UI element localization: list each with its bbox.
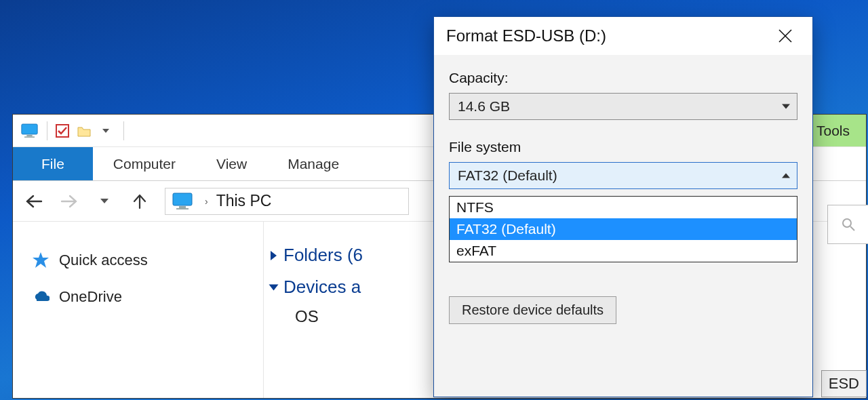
this-pc-icon bbox=[21, 123, 41, 138]
close-button[interactable] bbox=[770, 21, 800, 51]
sidebar-label: Quick access bbox=[59, 252, 148, 269]
expand-arrow-icon bbox=[271, 251, 277, 260]
dialog-titlebar: Format ESD-USB (D:) bbox=[434, 17, 812, 55]
navigation-pane: Quick access OneDrive bbox=[13, 222, 264, 398]
nav-forward-button[interactable] bbox=[59, 191, 79, 212]
capacity-value: 14.6 GB bbox=[458, 98, 510, 115]
nav-up-button[interactable] bbox=[130, 191, 150, 212]
filesystem-option-fat32[interactable]: FAT32 (Default) bbox=[450, 218, 797, 240]
dialog-title: Format ESD-USB (D:) bbox=[446, 26, 606, 45]
group-label: Devices a bbox=[283, 277, 361, 298]
filesystem-option-exfat[interactable]: exFAT bbox=[450, 240, 797, 262]
breadcrumb-this-pc[interactable]: This PC bbox=[216, 192, 272, 210]
svg-point-7 bbox=[843, 219, 851, 227]
svg-rect-5 bbox=[179, 206, 186, 208]
search-icon bbox=[841, 217, 856, 232]
chevron-down-icon bbox=[782, 104, 790, 109]
filesystem-dropdown-list: NTFS FAT32 (Default) exFAT bbox=[449, 196, 797, 262]
sidebar-label: OneDrive bbox=[59, 288, 122, 306]
quick-access-icon bbox=[32, 252, 50, 269]
capacity-label: Capacity: bbox=[449, 70, 797, 86]
svg-line-8 bbox=[850, 226, 854, 231]
sidebar-item-quick-access[interactable]: Quick access bbox=[26, 242, 250, 279]
svg-rect-4 bbox=[173, 193, 192, 205]
format-dialog: Format ESD-USB (D:) Capacity: 14.6 GB Fi… bbox=[433, 16, 813, 397]
close-icon bbox=[778, 28, 793, 43]
search-box-fragment[interactable] bbox=[827, 205, 868, 244]
svg-rect-2 bbox=[24, 136, 35, 138]
qat-customize-dropdown[interactable] bbox=[96, 121, 115, 140]
ribbon-tab-file[interactable]: File bbox=[13, 147, 93, 180]
ribbon-tab-computer[interactable]: Computer bbox=[93, 147, 196, 180]
filesystem-select[interactable]: FAT32 (Default) bbox=[449, 162, 797, 189]
separator bbox=[123, 121, 124, 140]
address-bar[interactable]: › This PC bbox=[165, 188, 409, 215]
capacity-select[interactable]: 14.6 GB bbox=[449, 93, 797, 120]
nav-recent-locations-dropdown[interactable] bbox=[94, 191, 115, 212]
ribbon-tab-view[interactable]: View bbox=[196, 147, 267, 180]
dialog-body: Capacity: 14.6 GB File system FAT32 (Def… bbox=[434, 55, 812, 336]
svg-rect-1 bbox=[26, 134, 32, 136]
expand-arrow-icon bbox=[269, 284, 279, 290]
new-folder-qat-icon[interactable] bbox=[75, 121, 94, 140]
nav-back-button[interactable] bbox=[24, 191, 44, 212]
filesystem-selected-value: FAT32 (Default) bbox=[458, 167, 557, 184]
restore-device-defaults-button[interactable]: Restore device defaults bbox=[449, 296, 616, 324]
sidebar-item-onedrive[interactable]: OneDrive bbox=[26, 279, 250, 315]
group-label: Folders (6 bbox=[283, 245, 363, 266]
breadcrumb-arrow-icon[interactable]: › bbox=[205, 196, 208, 207]
separator bbox=[47, 121, 47, 140]
svg-rect-0 bbox=[22, 124, 37, 134]
this-pc-icon bbox=[172, 193, 197, 210]
filesystem-label: File system bbox=[449, 139, 797, 155]
properties-qat-icon[interactable] bbox=[53, 121, 72, 140]
esd-label-fragment: ESD bbox=[821, 370, 867, 397]
svg-rect-6 bbox=[176, 208, 189, 209]
ribbon-tab-manage[interactable]: Manage bbox=[267, 147, 359, 180]
filesystem-option-ntfs[interactable]: NTFS bbox=[450, 197, 797, 218]
onedrive-icon bbox=[32, 288, 50, 306]
chevron-down-icon bbox=[782, 174, 790, 178]
